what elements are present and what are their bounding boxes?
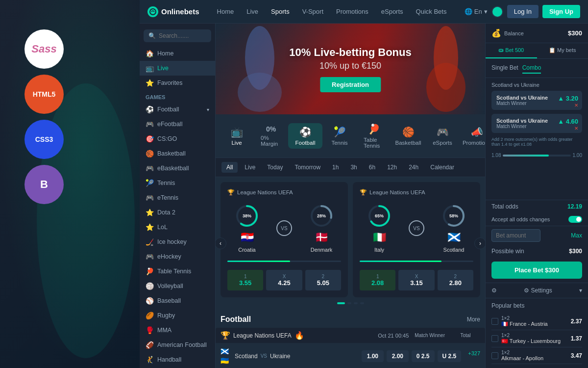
handball-icon: 🤾 <box>146 356 153 364</box>
cat-esports[interactable]: 🎮 eSports <box>425 123 460 149</box>
svg-point-1 <box>150 9 156 15</box>
cat-promotions[interactable]: 📣 Promotions <box>460 123 485 149</box>
odd-1-x[interactable]: X 4.25 <box>266 270 302 290</box>
search-icon: 🔍 <box>148 32 156 39</box>
football-more-btn[interactable]: More <box>467 316 480 323</box>
bet-amount-input[interactable] <box>491 229 540 242</box>
pop-dash-2: - <box>527 338 531 344</box>
odd-1-1[interactable]: 1 3.55 <box>227 270 263 290</box>
cat-tabletennis[interactable]: 🏓 Table Tennis <box>357 120 391 152</box>
filter-1h[interactable]: 1h <box>327 162 343 173</box>
sidebar-item-ebasketball[interactable]: 🎮 eBasketball <box>140 161 215 176</box>
signup-button[interactable]: Sign Up <box>542 5 580 18</box>
odd-2-1[interactable]: 1 2.08 <box>360 270 395 290</box>
total-col: Total <box>451 333 480 338</box>
cat-basketball[interactable]: 🏀 Basketball <box>391 123 425 149</box>
settings-label: ⚙ Settings <box>524 287 552 294</box>
login-button[interactable]: Log In <box>507 5 539 18</box>
pop-checkbox-3[interactable] <box>491 352 498 359</box>
nav-esports[interactable]: eSports <box>375 5 409 18</box>
bet500-icon: 🎟 <box>498 47 504 53</box>
filter-3h[interactable]: 3h <box>345 162 362 173</box>
tabletennis-cat-icon: 🏓 <box>368 123 380 135</box>
sidebar-item-amfootball[interactable]: 🏈 American Football <box>140 338 215 352</box>
sidebar-item-football[interactable]: ⚽ Football ▾ <box>140 102 215 117</box>
sidebar-item-lol[interactable]: ⭐ LoL <box>140 220 215 235</box>
inline-odd-4[interactable]: U 2.5 <box>438 350 462 362</box>
cat-live[interactable]: 📺 Live <box>220 123 254 149</box>
sidebar-item-icehockey[interactable]: 🏒 Ice hockey <box>140 235 215 249</box>
pick1-close[interactable]: ✕ <box>574 103 578 108</box>
filter-today[interactable]: Today <box>262 162 288 173</box>
cat-football[interactable]: ⚽ Football <box>288 123 322 149</box>
filter-calendar[interactable]: Calendar <box>425 162 459 173</box>
sidebar-item-efootball[interactable]: 🎮 eFootball <box>140 117 215 131</box>
nav-live[interactable]: Live <box>241 5 264 18</box>
sidebar-icehockey-label: Ice hockey <box>157 238 187 245</box>
cat-tennis[interactable]: 🎾 Tennis <box>322 123 357 149</box>
sidebar-item-live[interactable]: 📺 Live <box>140 61 215 76</box>
odd-1-2[interactable]: 2 5.05 <box>305 270 341 290</box>
bet-pick-1: Scotland vs Ukraine Match Winner ▲ 3.20 … <box>491 91 582 110</box>
sidebar-item-dota2[interactable]: ⭐ Dota 2 <box>140 205 215 220</box>
sidebar-item-rugby[interactable]: 🏉 Rugby <box>140 308 215 323</box>
nav-home[interactable]: Home <box>211 5 240 18</box>
bet500-tab[interactable]: 🎟 Bet 500 <box>486 43 537 58</box>
theme-toggle[interactable] <box>491 6 503 18</box>
search-input[interactable] <box>159 32 206 39</box>
nav-sports[interactable]: Sports <box>265 5 295 18</box>
pick2-close[interactable]: ✕ <box>574 126 578 131</box>
accept-toggle[interactable] <box>568 216 582 223</box>
nav-promotions[interactable]: Promotions <box>330 5 374 18</box>
more-odds-btn[interactable]: +327 <box>468 350 480 362</box>
inline-odd-1[interactable]: 1.00 <box>362 350 384 362</box>
filter-all[interactable]: All <box>221 162 238 173</box>
filter-12h[interactable]: 12h <box>382 162 402 173</box>
popular-item-1[interactable]: 1×2 🇫🇷 France - Austria 2.37 <box>491 313 582 330</box>
nav-quickbets[interactable]: Quick Bets <box>410 5 453 18</box>
odd-2-2[interactable]: 2 2.80 <box>438 270 473 290</box>
registration-button[interactable]: Registration <box>320 77 381 92</box>
sidebar-item-mma[interactable]: 🥊 MMA <box>140 323 215 338</box>
mybets-tab[interactable]: 📋 My bets <box>537 43 588 58</box>
sidebar-item-favorites[interactable]: ⭐ Favorites <box>140 76 215 90</box>
match-odds-inline: 1.00 2.00 0 2.5 U 2.5 +327 <box>362 350 480 362</box>
sidebar-item-tabletennis[interactable]: 🏓 Table Tennis <box>140 264 215 279</box>
filter-24h[interactable]: 24h <box>404 162 423 173</box>
sidebar-item-handball[interactable]: 🤾 Handball <box>140 352 215 367</box>
filter-tomorrow[interactable]: Tomorrow <box>290 162 325 173</box>
sidebar-item-csgo[interactable]: 🎯 CS:GO <box>140 131 215 146</box>
settings-row[interactable]: ⚙ ⚙ Settings ▾ <box>486 283 588 298</box>
slider-next-button[interactable]: › <box>474 237 485 249</box>
add-info-text: Add 2 more outcome(s) with odds greater … <box>491 137 582 147</box>
sidebar-item-ehockey[interactable]: 🎮 eHockey <box>140 249 215 264</box>
sidebar-item-tennis[interactable]: 🎾 Tennis <box>140 176 215 190</box>
max-button[interactable]: Max <box>571 232 582 239</box>
filter-6h[interactable]: 6h <box>364 162 380 173</box>
language-selector[interactable]: 🌐 En ▾ <box>465 8 488 15</box>
popular-item-3[interactable]: 1×2 Alkmaar - Apollon 3.47 <box>491 347 582 364</box>
odd-2-x[interactable]: X 3.15 <box>398 270 434 290</box>
sidebar-item-home[interactable]: 🏠 Home <box>140 46 215 61</box>
sidebar-item-baseball[interactable]: ⚾ Baseball <box>140 293 215 308</box>
pop-checkbox-2[interactable] <box>491 335 498 342</box>
popular-item-2[interactable]: 1×2 🇹🇷 Turkey - Luxembourg 1.37 <box>491 330 582 347</box>
search-bar[interactable]: 🔍 <box>144 29 211 42</box>
team2-inline-name: Ukraine <box>270 353 290 360</box>
combo-tab[interactable]: Combo <box>522 63 541 74</box>
cat-margin[interactable]: 0% 0% Margin <box>254 122 288 150</box>
sidebar-item-volleyball[interactable]: 🏐 Volleyball <box>140 279 215 293</box>
filter-live[interactable]: Live <box>240 162 260 173</box>
pick1-arrow: ▲ <box>558 95 564 102</box>
inline-odd-3[interactable]: 0 2.5 <box>412 350 435 362</box>
sidebar-item-etennis[interactable]: 🎮 eTennis <box>140 190 215 205</box>
betslip-match-title: Scotland vs Ukraine <box>491 82 582 88</box>
team4-pct: 58% <box>449 213 458 218</box>
pop-checkbox-1[interactable] <box>491 318 498 325</box>
nav-vsport[interactable]: V-Sport <box>296 5 329 18</box>
inline-odd-2[interactable]: 2.00 <box>387 350 409 362</box>
sidebar-item-basketball[interactable]: 🏀 Basketball <box>140 146 215 161</box>
odd-val-1: 1.00 <box>367 353 378 360</box>
single-bet-tab[interactable]: Single Bet <box>491 63 518 74</box>
place-bet-button[interactable]: Place Bet $300 <box>491 262 582 279</box>
